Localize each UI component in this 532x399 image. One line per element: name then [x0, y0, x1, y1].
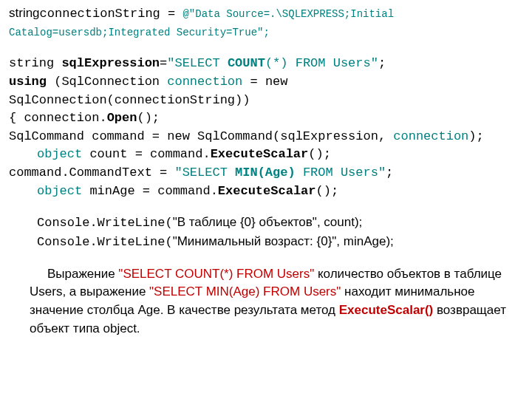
code-token: Open: [107, 111, 137, 125]
code-token: ;: [378, 56, 386, 70]
code-line-3: string sqlExpression="SELECT COUNT(*) FR…: [9, 55, 523, 73]
code-token: string: [9, 56, 61, 70]
code-token: object: [37, 147, 82, 161]
code-token: connectionString =: [40, 7, 183, 21]
prose-text: Выражение: [47, 267, 118, 281]
code-token: (*) FROM Users": [265, 56, 378, 70]
code-token: ();: [308, 147, 331, 161]
method-name: ExecuteScalar(): [339, 303, 434, 317]
code-token: ExecuteScalar: [211, 147, 309, 161]
code-token: Console.WriteLine(: [37, 216, 173, 230]
code-token: FROM Users": [296, 166, 386, 180]
code-block: stringconnectionString = @"Data Source=.…: [9, 4, 523, 252]
code-token: SqlCommand command = new SqlCommand(sqlE…: [9, 129, 393, 143]
code-line-8: command.CommandText = "SELECT MIN(Age) F…: [9, 164, 523, 183]
sql-expression: "SELECT COUNT(*) FROM Users": [118, 267, 314, 281]
code-line-10: Console.WriteLine("В таблице {0} объекто…: [9, 214, 523, 233]
code-line-1: stringconnectionString = @"Data Source=.…: [9, 4, 523, 41]
code-token: sqlExpression: [61, 56, 160, 70]
code-token: ();: [316, 184, 338, 198]
code-token: "SELECT: [167, 56, 228, 70]
code-token: string: [9, 7, 40, 21]
code-line-11: Console.WriteLine("Минимальный возраст: …: [9, 233, 523, 252]
code-token: { connection.: [9, 111, 107, 125]
prose-paragraph: Выражение "SELECT COUNT(*) FROM Users" к…: [9, 265, 523, 338]
code-token: "SELECT: [174, 166, 235, 180]
code-token: (SqlConnection: [47, 75, 167, 89]
code-token: ();: [137, 111, 160, 125]
code-token: count = command.: [82, 147, 210, 161]
code-token: MIN(Age): [235, 166, 296, 180]
code-token: COUNT: [228, 56, 265, 70]
code-token: command.CommandText =: [9, 166, 174, 180]
sql-expression: "SELECT MIN(Age) FROM Users": [149, 284, 341, 299]
code-token: object: [37, 184, 82, 198]
code-token: ExecuteScalar: [218, 184, 316, 198]
blank-line: [9, 41, 523, 55]
code-line-6: SqlCommand command = new SqlCommand(sqlE…: [9, 128, 523, 146]
code-line-4: using (SqlConnection connection = new Sq…: [9, 73, 523, 109]
code-token: using: [9, 75, 47, 89]
blank-line: [9, 200, 523, 214]
code-token: "Минимальный возраст: {0}", minAge);: [173, 234, 394, 248]
code-line-5: { connection.Open();: [9, 109, 523, 128]
code-token: connection: [167, 75, 242, 89]
code-token: );: [468, 129, 483, 143]
code-token: ;: [386, 166, 393, 180]
code-token: "В таблице {0} объектов", count);: [173, 215, 363, 229]
code-token: =: [160, 56, 167, 70]
code-line-9: object minAge = command.ExecuteScalar();: [9, 183, 523, 201]
code-token: connection: [393, 129, 468, 143]
code-line-7: object count = command.ExecuteScalar();: [9, 146, 523, 164]
code-token: Console.WriteLine(: [37, 235, 173, 249]
code-token: minAge = command.: [82, 184, 218, 198]
